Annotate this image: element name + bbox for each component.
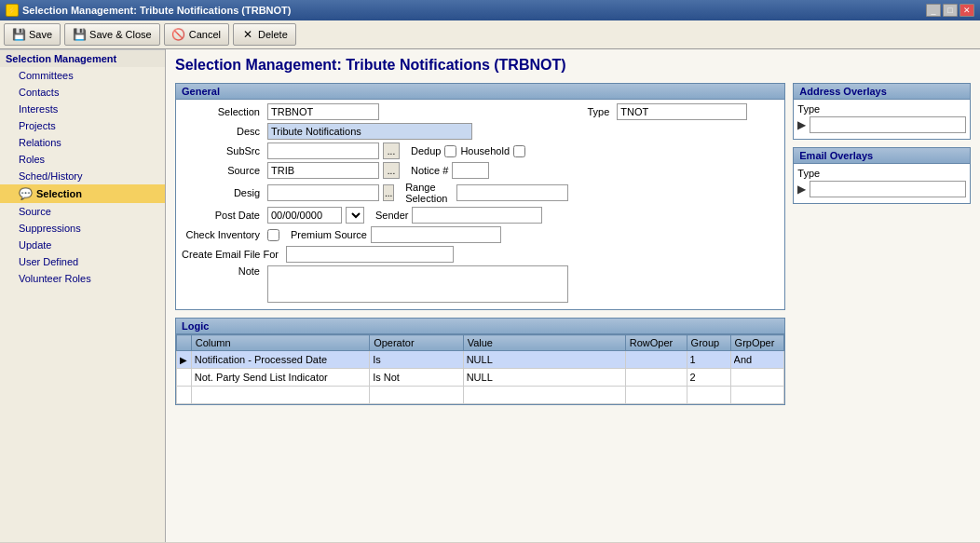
logic-val-input-1[interactable]: [467, 352, 622, 367]
subsrc-browse-button[interactable]: ...: [383, 143, 400, 159]
general-left-col: Selection Desc SubSrc: [180, 103, 568, 305]
logic-col-1[interactable]: [191, 351, 369, 369]
logic-op-input-2[interactable]: [373, 370, 460, 385]
logic-grpoper-1[interactable]: [730, 351, 784, 369]
logic-val-1[interactable]: [463, 351, 625, 369]
selection-row: Selection: [180, 103, 568, 120]
household-checkbox[interactable]: [513, 145, 525, 157]
logic-col-input-3[interactable]: [195, 387, 366, 402]
maximize-button[interactable]: □: [943, 4, 958, 17]
logic-grpoper-input-3[interactable]: [734, 387, 782, 402]
notice-input[interactable]: [452, 162, 489, 179]
logic-row: [177, 369, 784, 387]
cancel-icon: 🚫: [172, 28, 185, 41]
sidebar: Selection Management Committees Contacts…: [0, 49, 166, 542]
logic-col-2[interactable]: [191, 369, 369, 387]
sidebar-item-user-defined[interactable]: User Defined: [0, 253, 165, 270]
address-type-input[interactable]: [810, 116, 966, 133]
selection-input[interactable]: [267, 103, 379, 120]
sidebar-item-relations[interactable]: Relations: [0, 134, 165, 151]
address-type-label: Type: [797, 103, 825, 115]
post-date-input[interactable]: [267, 207, 342, 224]
logic-group-input-2[interactable]: [690, 370, 728, 385]
delete-button[interactable]: ✕ Delete: [233, 23, 296, 46]
minimize-button[interactable]: _: [926, 4, 941, 17]
sidebar-item-volunteer-roles[interactable]: Volunteer Roles: [0, 270, 165, 287]
logic-grpoper-2[interactable]: [730, 369, 784, 387]
sidebar-item-update[interactable]: Update: [0, 237, 165, 253]
logic-group-input-3[interactable]: [690, 387, 728, 402]
range-input[interactable]: [456, 184, 568, 201]
email-type-input[interactable]: [810, 181, 966, 197]
post-date-picker[interactable]: ▼: [346, 207, 364, 224]
selection-label: Selection: [180, 106, 264, 117]
sidebar-item-roles[interactable]: Roles: [0, 151, 165, 168]
subsrc-input[interactable]: [267, 143, 379, 159]
logic-col-input-1[interactable]: [195, 352, 366, 367]
desig-browse-button[interactable]: ...: [383, 184, 394, 201]
logic-grpoper-input-1[interactable]: [734, 352, 782, 367]
type-label: Type: [576, 106, 613, 117]
premium-input[interactable]: [371, 226, 501, 243]
logic-val-input-2[interactable]: [467, 370, 622, 385]
content-area: Selection Management: Tribute Notificati…: [166, 49, 980, 542]
logic-op-2[interactable]: [370, 369, 464, 387]
logic-rowoper-input-3[interactable]: [629, 387, 684, 402]
logic-col-input-2[interactable]: [195, 370, 366, 385]
logic-val-input-3[interactable]: [467, 387, 622, 402]
delete-icon: ✕: [241, 28, 254, 41]
check-inv-checkbox[interactable]: [267, 229, 279, 241]
app-icon: ⚡: [6, 4, 19, 17]
sidebar-item-interests[interactable]: Interests: [0, 101, 165, 117]
logic-rowoper-3[interactable]: [625, 387, 687, 404]
create-email-input[interactable]: [286, 246, 454, 263]
logic-rowoper-input-1[interactable]: [629, 352, 684, 367]
source-input[interactable]: [267, 162, 379, 179]
desig-input[interactable]: [267, 184, 379, 201]
logic-grpoper-input-2[interactable]: [734, 370, 782, 385]
desc-input[interactable]: [267, 123, 472, 140]
logic-op-3[interactable]: [370, 387, 464, 404]
logic-rowoper-2[interactable]: [625, 369, 687, 387]
logic-grpoper-3[interactable]: [730, 387, 784, 404]
logic-group-2[interactable]: [687, 369, 730, 387]
save-close-button[interactable]: 💾 Save & Close: [64, 23, 160, 46]
sidebar-item-suppressions[interactable]: Suppressions: [0, 220, 165, 237]
logic-rowoper-input-2[interactable]: [629, 370, 684, 385]
address-overlays-header: Address Overlays: [793, 83, 971, 100]
note-textarea[interactable]: [267, 265, 568, 303]
type-input[interactable]: [617, 103, 747, 120]
general-header: General: [175, 83, 785, 100]
logic-op-1[interactable]: [370, 351, 464, 369]
type-row: Type: [576, 103, 781, 120]
window-title: Selection Management: Tribute Notificati…: [22, 5, 291, 16]
logic-group-3[interactable]: [687, 387, 730, 404]
chat-icon: 💬: [19, 187, 33, 200]
logic-group-1[interactable]: [687, 351, 730, 369]
sidebar-item-sched-history[interactable]: Sched/History: [0, 168, 165, 184]
sidebar-item-source[interactable]: Source: [0, 203, 165, 220]
sender-label: Sender: [375, 210, 408, 221]
sender-input[interactable]: [412, 207, 542, 224]
logic-rowoper-1[interactable]: [625, 351, 687, 369]
dedup-checkbox[interactable]: [444, 145, 456, 157]
logic-group-input-1[interactable]: [690, 352, 728, 367]
logic-op-input-1[interactable]: [373, 352, 460, 367]
email-overlays-header: Email Overlays: [793, 147, 971, 164]
sidebar-item-committees[interactable]: Committees: [0, 67, 165, 84]
close-button[interactable]: ✕: [960, 4, 974, 17]
sidebar-item-contacts[interactable]: Contacts: [0, 84, 165, 101]
logic-val-3[interactable]: [463, 387, 625, 404]
post-date-label: Post Date: [180, 210, 264, 221]
sidebar-item-selection[interactable]: 💬 Selection: [0, 184, 165, 203]
logic-col-3[interactable]: [191, 387, 369, 404]
col-arrow: [177, 335, 192, 351]
toolbar: 💾 Save 💾 Save & Close 🚫 Cancel ✕ Delete: [0, 20, 980, 49]
logic-op-input-3[interactable]: [373, 387, 460, 402]
save-button[interactable]: 💾 Save: [4, 23, 61, 46]
cancel-button[interactable]: 🚫 Cancel: [164, 23, 229, 46]
source-browse-button[interactable]: ...: [383, 162, 400, 179]
logic-val-2[interactable]: [463, 369, 625, 387]
sidebar-item-projects[interactable]: Projects: [0, 117, 165, 134]
dedup-label: Dedup: [411, 145, 441, 156]
